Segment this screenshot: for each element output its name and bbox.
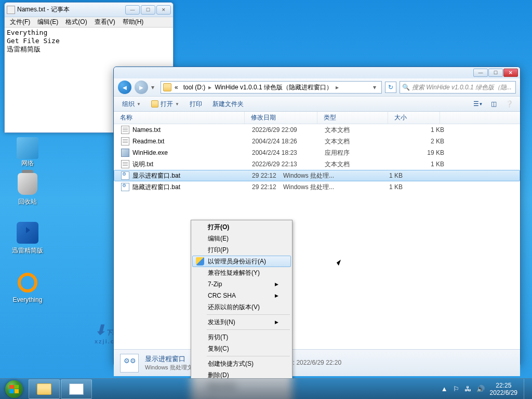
file-row[interactable]: Names.txt2022/6/29 22:09文本文档1 KB xyxy=(114,124,520,136)
explorer-titlebar[interactable]: — ☐ ✕ xyxy=(114,67,520,78)
file-type: 文本文档 xyxy=(325,126,395,135)
file-row[interactable]: 隐藏进程窗口.bat29 22:12Windows 批处理...1 KB xyxy=(114,181,520,193)
txt-file-icon xyxy=(121,126,129,134)
close-button[interactable]: ✕ xyxy=(503,69,518,77)
system-tray: ▲ ⚐ 🖧 🔊 22:25 2022/6/29 xyxy=(438,379,532,400)
notepad-menubar[interactable]: 文件(F) 编辑(E) 格式(O) 查看(V) 帮助(H) xyxy=(5,17,173,28)
show-desktop-button[interactable] xyxy=(524,379,529,400)
tray-up-icon[interactable]: ▲ xyxy=(441,385,448,393)
maximize-button[interactable]: ☐ xyxy=(141,5,155,15)
col-size[interactable]: 大小 xyxy=(388,112,440,124)
clock[interactable]: 22:25 2022/6/29 xyxy=(490,382,518,396)
file-type: Windows 批处理... xyxy=(283,183,354,192)
volume-icon[interactable]: 🔊 xyxy=(476,385,485,393)
details-pane: 显示进程窗口 Windows 批处理文件 22:12 创建日期: 2022/6/… xyxy=(114,349,520,376)
back-button[interactable]: ◄ xyxy=(118,81,131,94)
breadcrumb-folder[interactable]: WinHide v1.0.0.1 绿色版（隐藏进程窗口） xyxy=(212,82,335,93)
forward-button[interactable]: ► xyxy=(135,81,148,94)
breadcrumb-dropdown[interactable]: ▾ xyxy=(370,84,379,91)
context-menu-item[interactable]: CRC SHA▶ xyxy=(192,290,291,301)
preview-pane-button[interactable]: ◫ xyxy=(487,98,500,110)
search-placeholder: 搜索 WinHide v1.0.0.1 绿色版（隐... xyxy=(412,83,512,92)
context-menu-item[interactable]: 编辑(E) xyxy=(192,233,291,244)
file-name: Names.txt xyxy=(132,126,252,134)
print-button[interactable]: 打印 xyxy=(185,98,206,111)
context-menu-item[interactable]: 以管理员身份运行(A) xyxy=(192,256,291,267)
context-menu-item[interactable]: 7-Zip▶ xyxy=(192,278,291,290)
desktop-network-icon[interactable]: 网络 xyxy=(9,137,46,168)
help-button[interactable]: ❔ xyxy=(502,98,516,110)
explorer-navbar: ◄ ► ▾ « tool (D:) ▸ WinHide v1.0.0.1 绿色版… xyxy=(114,78,520,96)
cursor-icon xyxy=(337,261,344,270)
col-date[interactable]: 修改日期 xyxy=(245,112,317,124)
context-menu-item[interactable]: 打印(P) xyxy=(192,244,291,256)
maximize-button[interactable]: ☐ xyxy=(488,69,503,77)
file-list-area: 名称 修改日期 类型 大小 Names.txt2022/6/29 22:09文本… xyxy=(114,112,520,349)
context-menu-item[interactable]: 剪切(T) xyxy=(192,331,291,343)
context-menu-item[interactable]: 打开(O) xyxy=(192,221,291,233)
explorer-window[interactable]: — ☐ ✕ ◄ ► ▾ « tool (D:) ▸ WinHide v1.0.0… xyxy=(113,66,521,365)
context-menu-item[interactable]: 复制(C) xyxy=(192,343,291,354)
col-name[interactable]: 名称 xyxy=(114,112,245,124)
context-menu-item[interactable]: 发送到(N)▶ xyxy=(192,316,291,328)
txt-file-icon xyxy=(121,160,129,168)
file-date: 2022/6/29 22:09 xyxy=(252,126,325,134)
menu-separator xyxy=(207,314,290,315)
new-folder-button[interactable]: 新建文件夹 xyxy=(208,98,248,111)
desktop-xunlei-icon[interactable]: 迅雷精简版 xyxy=(9,220,46,255)
notepad-titlebar[interactable]: Names.txt - 记事本 — ☐ ✕ xyxy=(5,3,173,17)
txt-file-icon xyxy=(121,137,129,145)
explorer-toolbar: 组织▼ 打开▼ 打印 新建文件夹 ☰ ▼ ◫ ❔ xyxy=(114,96,520,112)
minimize-button[interactable]: — xyxy=(473,69,488,77)
organize-button[interactable]: 组织▼ xyxy=(118,98,145,111)
column-header: 名称 修改日期 类型 大小 xyxy=(114,112,520,124)
menu-file[interactable]: 文件(F) xyxy=(7,17,33,28)
network-label: 网络 xyxy=(9,159,46,168)
close-button[interactable]: ✕ xyxy=(156,5,171,15)
context-menu-item[interactable]: 兼容性疑难解答(Y) xyxy=(192,267,291,278)
menu-format[interactable]: 格式(O) xyxy=(62,17,90,28)
taskbar-notepad[interactable] xyxy=(61,379,92,399)
submenu-arrow-icon: ▶ xyxy=(275,293,278,298)
breadcrumb[interactable]: « tool (D:) ▸ WinHide v1.0.0.1 绿色版（隐藏进程窗… xyxy=(161,81,382,94)
view-button[interactable]: ☰ ▼ xyxy=(471,98,485,110)
exe-file-icon xyxy=(121,149,129,157)
file-row[interactable]: Readme.txt2004/2/24 18:26文本文档2 KB xyxy=(114,136,520,147)
desktop-recycle-bin[interactable]: 回收站 xyxy=(9,171,46,206)
context-menu-item[interactable]: 创建快捷方式(S) xyxy=(192,358,291,369)
menu-help[interactable]: 帮助(H) xyxy=(119,17,147,28)
file-name: WinHide.exe xyxy=(132,149,252,156)
history-dropdown[interactable]: ▾ xyxy=(151,84,157,91)
bat-file-icon xyxy=(121,183,129,191)
action-center-icon[interactable]: ⚐ xyxy=(453,385,459,393)
file-name: Readme.txt xyxy=(132,138,252,145)
desktop-everything-icon[interactable]: Everything xyxy=(9,270,46,303)
file-name: 说明.txt xyxy=(132,160,252,169)
file-type: 文本文档 xyxy=(325,160,395,169)
notepad-textarea[interactable]: Everything Get File Size 迅雷精简版 xyxy=(5,28,173,55)
network-tray-icon[interactable]: 🖧 xyxy=(464,385,471,393)
breadcrumb-prefix[interactable]: « xyxy=(172,83,180,92)
context-menu: 打开(O)编辑(E)打印(P)以管理员身份运行(A)兼容性疑难解答(Y)7-Zi… xyxy=(191,220,292,399)
taskbar-explorer[interactable] xyxy=(29,379,60,399)
file-row[interactable]: 说明.txt2022/6/29 22:13文本文档1 KB xyxy=(114,158,520,170)
search-input[interactable]: 🔍 搜索 WinHide v1.0.0.1 绿色版（隐... xyxy=(400,81,516,94)
file-type: 文本文档 xyxy=(325,137,395,146)
file-size: 1 KB xyxy=(395,161,444,168)
file-size: 1 KB xyxy=(395,126,444,134)
shield-icon xyxy=(196,257,204,265)
breadcrumb-drive[interactable]: tool (D:) xyxy=(181,83,208,92)
minimize-button[interactable]: — xyxy=(125,5,140,15)
submenu-arrow-icon: ▶ xyxy=(275,320,278,325)
refresh-button[interactable]: ↻ xyxy=(385,82,396,93)
bat-file-icon xyxy=(120,354,139,373)
start-button[interactable] xyxy=(0,379,28,400)
col-type[interactable]: 类型 xyxy=(317,112,388,124)
menu-view[interactable]: 查看(V) xyxy=(91,17,118,28)
file-name: 显示进程窗口.bat xyxy=(132,171,198,180)
menu-edit[interactable]: 编辑(E) xyxy=(34,17,61,28)
file-row[interactable]: 显示进程窗口.bat29 22:12Windows 批处理...1 KB xyxy=(114,170,520,181)
context-menu-item[interactable]: 还原以前的版本(V) xyxy=(192,301,291,313)
file-row[interactable]: WinHide.exe2004/2/24 18:23应用程序19 KB xyxy=(114,147,520,158)
open-button[interactable]: 打开▼ xyxy=(147,98,183,111)
